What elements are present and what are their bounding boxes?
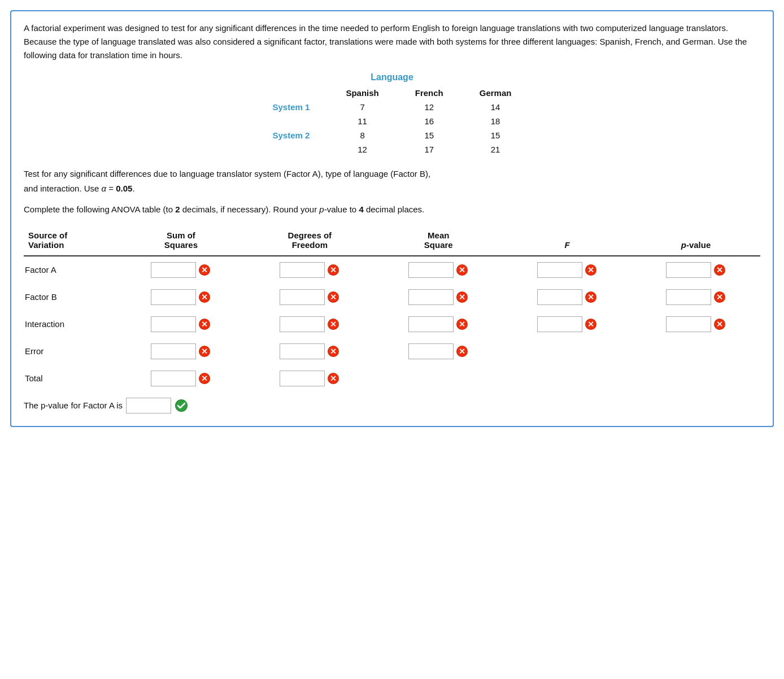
col-empty (255, 86, 328, 100)
s2-french-1: 15 (397, 128, 461, 142)
header-pvalue: p-value (631, 227, 760, 256)
factor-a-f-error-icon: ✕ (585, 264, 597, 276)
s1-german-2: 18 (461, 114, 530, 128)
total-ss-input[interactable] (151, 371, 196, 386)
table-row: System 2 8 15 15 (255, 128, 530, 142)
factor-a-ms-input[interactable] (408, 262, 454, 278)
svg-text:✕: ✕ (587, 265, 594, 275)
s1-french-1: 12 (397, 100, 461, 114)
factor-b-pvalue-input[interactable] (666, 289, 711, 305)
language-header: Language (371, 72, 413, 82)
interaction-ms-input[interactable] (408, 316, 454, 332)
s1-french-2: 16 (397, 114, 461, 128)
header-sum-squares: Sum of Squares (117, 227, 246, 256)
factor-b-ms-error-icon: ✕ (456, 291, 468, 303)
factor-b-ss-cell: ✕ (117, 284, 246, 311)
row2-label (255, 114, 328, 128)
bottom-check-icon (175, 399, 188, 412)
row-error: Error ✕ ✕ (24, 338, 760, 365)
factor-a-pvalue-input[interactable] (666, 262, 711, 278)
s2-german-2: 21 (461, 142, 530, 156)
factor-a-pvalue-cell: ✕ (631, 256, 760, 284)
interaction-df-input[interactable] (280, 316, 325, 332)
svg-text:✕: ✕ (587, 293, 594, 302)
error-df-cell: ✕ (245, 338, 374, 365)
factor-a-ms-cell: ✕ (374, 256, 503, 284)
row-total: Total ✕ ✕ (24, 365, 760, 392)
svg-text:✕: ✕ (459, 293, 465, 302)
factor-a-f-input[interactable] (537, 262, 582, 278)
total-ss-cell: ✕ (117, 365, 246, 392)
interaction-df-error-icon: ✕ (327, 318, 339, 330)
bottom-label: The p-value for Factor A is (24, 401, 123, 410)
total-df-error-icon: ✕ (327, 372, 339, 385)
error-df-error-icon: ✕ (327, 345, 339, 358)
factor-a-ms-error-icon: ✕ (456, 264, 468, 276)
table-row: 11 16 18 (255, 114, 530, 128)
interaction-ms-error-icon: ✕ (456, 318, 468, 330)
s1-spanish-1: 7 (328, 100, 397, 114)
interaction-pvalue-error-icon: ✕ (713, 318, 726, 330)
factor-b-ss-error-icon: ✕ (198, 291, 211, 303)
table-row: System 1 7 12 14 (255, 100, 530, 114)
intro-paragraph: A factorial experiment was designed to t… (24, 21, 760, 62)
svg-text:✕: ✕ (459, 265, 465, 275)
factor-b-ms-input[interactable] (408, 289, 454, 305)
error-ss-input[interactable] (151, 343, 196, 359)
interaction-ss-cell: ✕ (117, 311, 246, 338)
factor-a-f-cell: ✕ (503, 256, 631, 284)
data-table-wrapper: Language Spanish French German System 1 … (24, 72, 760, 156)
interaction-label: Interaction (24, 311, 117, 338)
total-pvalue-empty (631, 365, 760, 392)
bottom-section: The p-value for Factor A is (24, 398, 760, 414)
interaction-pvalue-cell: ✕ (631, 311, 760, 338)
col-german: German (461, 86, 530, 100)
row4-label (255, 142, 328, 156)
error-df-input[interactable] (280, 343, 325, 359)
interaction-ss-input[interactable] (151, 316, 196, 332)
total-ss-error-icon: ✕ (198, 372, 211, 385)
factor-b-label: Factor B (24, 284, 117, 311)
interaction-pvalue-input[interactable] (666, 316, 711, 332)
error-ms-error-icon: ✕ (456, 345, 468, 358)
bottom-input[interactable] (126, 398, 171, 414)
svg-text:✕: ✕ (587, 320, 594, 329)
factor-a-pvalue-error-icon: ✕ (713, 264, 726, 276)
factor-b-df-error-icon: ✕ (327, 291, 339, 303)
error-ms-cell: ✕ (374, 338, 503, 365)
svg-text:✕: ✕ (201, 374, 208, 383)
factor-b-pvalue-error-icon: ✕ (713, 291, 726, 303)
test-line1: Test for any significant differences due… (24, 169, 430, 179)
complete-paragraph: Complete the following ANOVA table (to 2… (24, 202, 760, 217)
factor-a-ss-input[interactable] (151, 262, 196, 278)
row-interaction: Interaction ✕ ✕ (24, 311, 760, 338)
svg-text:✕: ✕ (201, 320, 208, 329)
svg-text:✕: ✕ (330, 265, 337, 275)
factor-b-f-input[interactable] (537, 289, 582, 305)
factor-b-df-cell: ✕ (245, 284, 374, 311)
svg-text:✕: ✕ (201, 265, 208, 275)
error-ms-input[interactable] (408, 343, 454, 359)
table-row: 12 17 21 (255, 142, 530, 156)
s1-spanish-2: 11 (328, 114, 397, 128)
interaction-f-input[interactable] (537, 316, 582, 332)
header-source: Source of Variation (24, 227, 117, 256)
error-label: Error (24, 338, 117, 365)
svg-text:✕: ✕ (716, 320, 723, 329)
header-f: F (503, 227, 631, 256)
s2-german-1: 15 (461, 128, 530, 142)
factor-a-df-input[interactable] (280, 262, 325, 278)
svg-text:✕: ✕ (330, 347, 337, 356)
total-df-input[interactable] (280, 371, 325, 386)
svg-text:✕: ✕ (459, 320, 465, 329)
factor-b-df-input[interactable] (280, 289, 325, 305)
system2-label: System 2 (255, 128, 328, 142)
error-pvalue-empty (631, 338, 760, 365)
factor-a-df-cell: ✕ (245, 256, 374, 284)
row-factor-a: Factor A ✕ ✕ (24, 256, 760, 284)
factor-b-f-cell: ✕ (503, 284, 631, 311)
factor-b-ss-input[interactable] (151, 289, 196, 305)
interaction-ss-error-icon: ✕ (198, 318, 211, 330)
total-label: Total (24, 365, 117, 392)
svg-text:✕: ✕ (201, 347, 208, 356)
